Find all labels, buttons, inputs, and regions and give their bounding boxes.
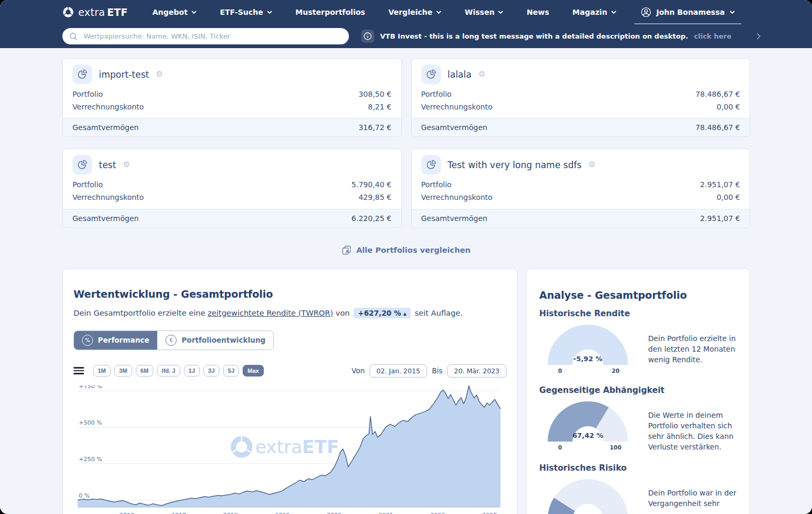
nav-item-label: Vergleiche	[389, 8, 432, 16]
portfolio-value-row: Portfolio308,50 €	[63, 88, 401, 101]
total-label: Gesamtvermögen	[72, 123, 139, 132]
range-button-5j[interactable]: 5J	[223, 365, 239, 377]
portfolio-card-header: test⚙	[63, 149, 401, 179]
tab-portfolioentwicklung[interactable]: €Portfolioentwicklung	[157, 331, 273, 350]
portfolio-name: Test with very long name sdfs	[448, 160, 582, 170]
gear-icon[interactable]: ⚙	[156, 70, 163, 78]
portfolio-total-row: Gesamtvermögen316,72 €	[63, 118, 401, 136]
gauge-value: 67,42 %	[573, 432, 604, 439]
pie-chart-icon	[421, 65, 441, 84]
y-axis-label: +500 %	[79, 419, 102, 426]
gauge-row-gegenseitige-abh-ngigkeit: 67,42 %0100Die Werte in deinem Portfolio…	[539, 398, 737, 452]
logo-text-etf: ETF	[107, 6, 128, 18]
x-axis-label: 2021	[379, 512, 393, 514]
compare-all-portfolios-link[interactable]: A Alle Portfolios vergleichen	[342, 245, 470, 255]
notice-click-here-link[interactable]: click here	[694, 32, 732, 40]
portfolio-card-import-test: import-test⚙Portfolio308,50 €Verrechnung…	[62, 58, 402, 137]
bottom-section: Wertentwicklung - Gesamtportfolio Dein G…	[62, 269, 750, 514]
gear-icon[interactable]: ⚙	[588, 161, 595, 169]
user-menu[interactable]: John Bonamessa	[641, 0, 735, 24]
portfolio-name: lalala	[448, 69, 472, 80]
nav-item-wissen[interactable]: Wissen	[465, 8, 503, 16]
portfolio-value-row: Verrechnungskonto429,85 €	[63, 191, 401, 204]
performance-title: Wertentwicklung - Gesamtportfolio	[73, 288, 506, 300]
range-button-3m[interactable]: 3M	[114, 365, 132, 377]
gear-icon[interactable]: ⚙	[123, 161, 130, 169]
date-to-input[interactable]: 20. Mär. 2023	[447, 364, 506, 378]
portfolio-card-lalala: lalala⚙Portfolio78.486,67 €Verrechnungsk…	[411, 58, 751, 137]
range-button-max[interactable]: Max	[243, 365, 263, 377]
row-value: 429,85 €	[358, 192, 391, 204]
portfolio-card-test-with-very-long-name-sdfs: Test with very long name sdfs⚙Portfolio2…	[411, 149, 751, 227]
gauge-min-label: 0	[558, 444, 562, 451]
row-label: Verrechnungskonto	[421, 192, 493, 204]
x-axis-label: 2020	[327, 512, 342, 514]
date-from-label: Von	[352, 366, 365, 375]
portfolio-total-row: Gesamtvermögen2.951,07 €	[412, 209, 750, 227]
user-name: John Bonamessa	[656, 8, 725, 16]
nav-item-musterportfolios[interactable]: Musterportfolios	[296, 8, 365, 16]
nav-item-label: Angebot	[152, 8, 188, 16]
portfolio-total-row: Gesamtvermögen6.220,25 €	[63, 209, 401, 227]
gauge-chart: -5,92 %020	[545, 322, 634, 374]
gauge-description: Dein Portfolio erzielte in den letzten 1…	[648, 333, 737, 365]
row-value: 0,00 €	[716, 192, 740, 204]
nav-item-etf-suche[interactable]: ETF-Suche	[220, 8, 272, 16]
chevron-right-icon[interactable]	[756, 33, 761, 40]
row-value: 2.951,07 €	[700, 179, 740, 191]
notice-message: VTB Invest - this is a long test message…	[380, 32, 688, 40]
range-button-1j[interactable]: 1J	[184, 365, 200, 377]
portfolio-card-header: Test with very long name sdfs⚙	[412, 149, 750, 179]
nav-item-news[interactable]: News	[527, 8, 549, 16]
tab-performance[interactable]: %Performance	[74, 331, 157, 350]
chart-menu-icon[interactable]	[73, 367, 84, 374]
main-content: import-test⚙Portfolio308,50 €Verrechnung…	[0, 48, 812, 514]
analysis-gauges: Historische Rendite-5,92 %020Dein Portfo…	[539, 309, 737, 514]
total-label: Gesamtvermögen	[421, 214, 487, 223]
total-value: 316,72 €	[358, 123, 391, 132]
row-value: 78.486,67 €	[695, 89, 740, 100]
search-input-wrapper[interactable]	[62, 28, 349, 44]
top-navigation: extra ETF AngebotETF-SucheMusterportfoli…	[0, 0, 812, 24]
date-from-input[interactable]: 02. Jan. 2015	[370, 364, 427, 378]
nav-item-angebot[interactable]: Angebot	[152, 8, 197, 16]
chevron-down-icon	[436, 11, 441, 14]
active-nav-underline	[634, 23, 741, 24]
x-axis-label: 2016	[119, 512, 134, 514]
chevron-down-icon	[191, 11, 197, 14]
time-range-buttons: 1M3M6Mlfd. J1J3J5JMax	[93, 365, 264, 377]
row-label: Portfolio	[72, 179, 103, 191]
extraetf-watermark: extraETF	[233, 436, 339, 457]
nav-items: AngebotETF-SucheMusterportfoliosVergleic…	[127, 8, 641, 16]
nav-item-magazin[interactable]: Magazin	[573, 8, 616, 16]
return-badge[interactable]: +627,20 %▲	[354, 308, 411, 318]
nav-item-vergleiche[interactable]: Vergleiche	[389, 8, 441, 16]
nav-item-label: ETF-Suche	[220, 8, 263, 16]
twror-link[interactable]: zeitgewichtete Rendite (TWROR)	[208, 309, 333, 317]
gauge-description: Die Werte in deinem Portfolio verhalten …	[648, 410, 737, 452]
portfolio-value-row: Verrechnungskonto0,00 €	[412, 191, 750, 204]
chevron-down-icon	[611, 11, 616, 14]
row-value: 0,00 €	[716, 102, 740, 113]
gauge-heading-historische-rendite: Historische Rendite	[539, 309, 737, 318]
performance-chart[interactable]: +750 %+500 %+250 %0 %extraETF20162017201…	[73, 386, 506, 514]
range-button-1m[interactable]: 1M	[93, 365, 110, 377]
info-icon	[361, 30, 374, 43]
gear-icon[interactable]: ⚙	[478, 70, 485, 78]
nav-item-label: Magazin	[573, 8, 607, 16]
row-value: 5.790,40 €	[352, 179, 392, 191]
gauge-heading-gegenseitige-abh-ngigkeit: Gegenseitige Abhängigkeit	[539, 386, 737, 395]
row-label: Verrechnungskonto	[72, 192, 144, 204]
return-badge-value: +627,20 %	[358, 309, 401, 317]
portfolio-card-header: import-test⚙	[63, 59, 401, 88]
extraetf-logo[interactable]: extra ETF	[62, 6, 127, 18]
search-input[interactable]	[82, 32, 349, 41]
portfolio-name: import-test	[99, 69, 149, 80]
range-button-lfd-j[interactable]: lfd. J	[157, 365, 180, 377]
range-button-3j[interactable]: 3J	[204, 365, 219, 377]
row-label: Portfolio	[421, 89, 452, 100]
nav-item-label: Musterportfolios	[296, 8, 365, 16]
subtitle-text-post: seit Auflage.	[415, 309, 463, 317]
portfolio-value-row: Portfolio78.486,67 €	[412, 88, 750, 101]
range-button-6m[interactable]: 6M	[136, 365, 153, 377]
